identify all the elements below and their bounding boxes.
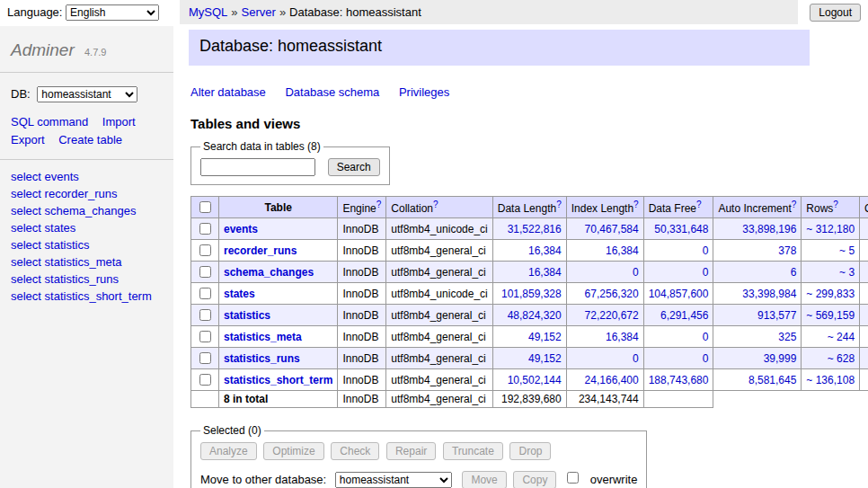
db-label: DB:	[11, 87, 31, 101]
data-free-cell: 0	[643, 262, 713, 283]
table-name-link[interactable]: events	[224, 223, 258, 235]
sidebar-actions: SQL command Import Export Create table	[0, 110, 173, 160]
engine-cell: InnoDB	[338, 262, 386, 283]
help-link[interactable]: ?	[833, 200, 838, 209]
database-action-link[interactable]: Alter database	[190, 85, 266, 99]
table-name-link[interactable]: schema_changes	[224, 266, 314, 279]
index-length-cell: 67,256,320	[566, 283, 643, 305]
engine-cell: InnoDB	[338, 283, 386, 305]
auto-increment-cell: 6	[713, 262, 802, 283]
data-free-cell: 0	[643, 240, 713, 262]
main-content: Database: homeassistant Alter database D…	[180, 0, 868, 488]
search-input[interactable]	[200, 158, 315, 176]
auto-increment-cell: 39,999	[713, 348, 802, 369]
data-free-cell: 188,743,680	[643, 369, 713, 391]
row-checkbox[interactable]	[199, 266, 211, 278]
selected-fieldset: Selected (0) Analyze Optimize Check Repa…	[190, 424, 647, 488]
comment-cell	[860, 283, 868, 305]
rows-count-cell: ~ 299,833	[802, 283, 860, 305]
move-button[interactable]: Move	[462, 471, 506, 488]
selected-action-button[interactable]: Repair	[386, 442, 436, 460]
column-header-collation: Collation?	[386, 197, 492, 218]
sidebar-import-link[interactable]: Import	[102, 115, 136, 129]
table-row: states InnoDB utf8mb4_unicode_ci 101,859…	[191, 283, 868, 305]
language-select[interactable]: English	[66, 4, 159, 21]
data-free-cell: 104,857,600	[643, 283, 713, 305]
data-free-cell: 6,291,456	[643, 305, 713, 326]
tables-heading: Tables and views	[190, 116, 868, 131]
sidebar-table-link[interactable]: select statistics	[11, 238, 163, 252]
comment-cell	[860, 326, 868, 348]
total-data-free	[643, 391, 713, 408]
db-select[interactable]: homeassistant	[37, 86, 137, 102]
help-link[interactable]: ?	[433, 200, 438, 209]
table-name-link[interactable]: statistics_runs	[224, 352, 300, 365]
selected-action-button[interactable]: Drop	[509, 442, 551, 460]
sidebar-table-link[interactable]: select statistics_meta	[11, 255, 163, 269]
row-checkbox[interactable]	[199, 223, 211, 235]
rows-count-cell: ~ 5	[802, 240, 860, 262]
search-button[interactable]: Search	[328, 158, 380, 176]
row-checkbox[interactable]	[199, 331, 211, 342]
help-link[interactable]: ?	[696, 200, 702, 209]
breadcrumb-mysql-link[interactable]: MySQL	[189, 5, 227, 19]
breadcrumb-server-link[interactable]: Server	[242, 5, 276, 19]
table-row: statistics_short_term InnoDB utf8mb4_gen…	[191, 369, 868, 391]
table-name-link[interactable]: states	[224, 288, 255, 300]
table-row: recorder_runs InnoDB utf8mb4_general_ci …	[191, 240, 868, 262]
help-link[interactable]: ?	[556, 200, 562, 209]
table-total-row: 8 in total InnoDB utf8mb4_general_ci 192…	[191, 391, 868, 408]
move-database-select[interactable]: homeassistant	[335, 472, 452, 488]
select-all-checkbox[interactable]	[199, 201, 211, 213]
row-checkbox[interactable]	[199, 374, 211, 386]
data-length-cell: 10,502,144	[492, 369, 566, 391]
rows-count-cell: ~ 312,180	[802, 218, 860, 240]
auto-increment-cell: 913,577	[713, 305, 802, 326]
row-checkbox[interactable]	[199, 244, 211, 256]
database-action-link[interactable]: Privileges	[399, 85, 449, 99]
table-name-link[interactable]: statistics_meta	[224, 331, 302, 343]
copy-button[interactable]: Copy	[513, 471, 556, 488]
adminer-brand: Adminer	[11, 40, 75, 59]
logout-button[interactable]: Logout	[810, 4, 861, 22]
table-name-link[interactable]: statistics	[224, 309, 270, 322]
sidebar-table-link[interactable]: select states	[11, 221, 163, 235]
selected-action-button[interactable]: Truncate	[443, 442, 503, 460]
overwrite-label[interactable]: overwrite	[590, 473, 638, 486]
index-length-cell: 0	[566, 348, 643, 369]
selected-action-button[interactable]: Analyze	[200, 442, 257, 460]
table-name-link[interactable]: statistics_short_term	[224, 374, 332, 386]
help-link[interactable]: ?	[633, 200, 639, 209]
engine-cell: InnoDB	[338, 369, 386, 391]
sidebar-sql-command-link[interactable]: SQL command	[11, 115, 88, 129]
help-link[interactable]: ?	[792, 200, 797, 209]
row-checkbox[interactable]	[199, 288, 211, 299]
selected-action-button[interactable]: Optimize	[263, 442, 323, 460]
collation-cell: utf8mb4_general_ci	[386, 369, 492, 391]
index-length-cell: 24,166,400	[566, 369, 643, 391]
sidebar-export-link[interactable]: Export	[11, 133, 45, 146]
index-length-cell: 16,384	[566, 240, 643, 262]
auto-increment-cell: 33,398,984	[713, 283, 802, 305]
data-length-cell: 101,859,328	[492, 283, 566, 305]
help-link[interactable]: ?	[376, 200, 382, 209]
sidebar-create-table-link[interactable]: Create table	[58, 133, 122, 146]
table-row: statistics InnoDB utf8mb4_general_ci 48,…	[191, 305, 868, 326]
database-action-link[interactable]: Database schema	[285, 85, 379, 99]
collation-cell: utf8mb4_general_ci	[386, 348, 492, 369]
rows-count-cell: ~ 569,159	[802, 305, 860, 326]
sidebar-table-link[interactable]: select events	[11, 170, 163, 183]
selected-action-button[interactable]: Check	[331, 442, 379, 460]
column-header-engine: Engine?	[338, 197, 386, 218]
sidebar-table-link[interactable]: select statistics_short_term	[11, 289, 163, 303]
sidebar-table-link[interactable]: select schema_changes	[11, 204, 163, 217]
column-header-data-length: Data Length?	[492, 197, 566, 218]
data-length-cell: 16,384	[492, 262, 566, 283]
sidebar-table-link[interactable]: select recorder_runs	[11, 187, 163, 200]
table-name-link[interactable]: recorder_runs	[224, 244, 297, 257]
row-checkbox[interactable]	[199, 352, 211, 364]
overwrite-checkbox[interactable]	[567, 472, 579, 484]
tables-overview: Table Engine? Collation? Data Length? In…	[190, 196, 868, 408]
sidebar-table-link[interactable]: select statistics_runs	[11, 272, 163, 286]
row-checkbox[interactable]	[199, 309, 211, 321]
